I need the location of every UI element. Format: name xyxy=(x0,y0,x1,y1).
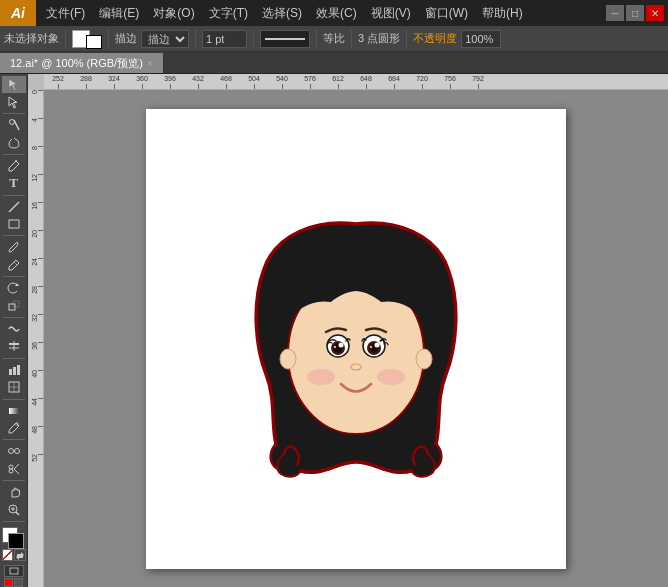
ruler-v-tick: 40 xyxy=(28,370,43,398)
tab-close-button[interactable]: × xyxy=(147,58,153,69)
tool-separator-9 xyxy=(3,439,25,440)
svg-point-20 xyxy=(8,449,13,454)
svg-point-2 xyxy=(15,160,17,162)
ruler-h-tick: 576 xyxy=(296,75,324,89)
svg-line-3 xyxy=(9,202,19,212)
ruler-h-tick: 612 xyxy=(324,75,352,89)
mode-select[interactable]: 描边 xyxy=(141,30,189,48)
selection-tool-button[interactable] xyxy=(2,76,26,93)
selection-label: 未选择对象 xyxy=(4,31,59,46)
ruler-h-tick: 432 xyxy=(184,75,212,89)
normal-view-button[interactable] xyxy=(4,565,24,577)
toolbar-separator-5 xyxy=(316,30,317,48)
gradient-tool-button[interactable] xyxy=(2,402,26,419)
canvas-background[interactable] xyxy=(44,90,668,587)
opacity-input[interactable] xyxy=(461,30,501,48)
ruler-v-tick: 12 xyxy=(28,174,43,202)
pen-tool-button[interactable] xyxy=(2,158,26,175)
gray-icon[interactable] xyxy=(14,578,23,587)
color-fill-area xyxy=(2,527,26,545)
tab-label: 12.ai* @ 100% (RGB/预览) xyxy=(10,56,143,71)
svg-point-45 xyxy=(377,369,405,385)
ruler-h-tick: 540 xyxy=(268,75,296,89)
magic-wand-tool-button[interactable] xyxy=(2,117,26,134)
svg-point-1 xyxy=(9,120,14,125)
stroke-swatch[interactable] xyxy=(8,533,24,549)
line-tool-button[interactable] xyxy=(2,198,26,215)
warp-tool-button[interactable] xyxy=(2,321,26,338)
ruler-h-tick: 288 xyxy=(72,75,100,89)
ruler-h-tick: 252 xyxy=(44,75,72,89)
lasso-tool-button[interactable] xyxy=(2,134,26,151)
tool-separator-8 xyxy=(3,399,25,400)
horizontal-ruler: 252 288 324 360 396 432 468 504 540 576 … xyxy=(44,74,668,90)
menu-file[interactable]: 文件(F) xyxy=(40,3,91,24)
svg-point-21 xyxy=(14,449,19,454)
menu-edit[interactable]: 编辑(E) xyxy=(93,3,145,24)
artboard xyxy=(146,109,566,569)
menu-object[interactable]: 对象(O) xyxy=(147,3,200,24)
svg-point-26 xyxy=(9,469,13,473)
ruler-h-tick: 684 xyxy=(380,75,408,89)
ruler-v-tick: 8 xyxy=(28,146,43,174)
toolbar-separator-6 xyxy=(351,30,352,48)
scale-tool-button[interactable] xyxy=(2,297,26,314)
menu-bar: Ai 文件(F) 编辑(E) 对象(O) 文字(T) 选择(S) 效果(C) 视… xyxy=(0,0,668,26)
width-tool-button[interactable] xyxy=(2,338,26,355)
pencil-tool-button[interactable] xyxy=(2,257,26,274)
hand-tool-button[interactable] xyxy=(2,484,26,501)
rotate-tool-button[interactable] xyxy=(2,280,26,297)
swap-color-button[interactable] xyxy=(14,549,26,561)
stroke-line-preview xyxy=(260,30,310,48)
ruler-v-tick: 36 xyxy=(28,342,43,370)
tool-separator-4 xyxy=(3,235,25,236)
ruler-h-tick: 720 xyxy=(408,75,436,89)
ruler-v-tick: 44 xyxy=(28,398,43,426)
paintbrush-tool-button[interactable] xyxy=(2,239,26,256)
menu-window[interactable]: 窗口(W) xyxy=(419,3,474,24)
stroke-color-swatch[interactable] xyxy=(86,35,102,49)
direct-select-tool-button[interactable] xyxy=(2,94,26,111)
ruler-v-tick: 52 xyxy=(28,454,43,482)
svg-point-47 xyxy=(416,349,432,369)
svg-point-36 xyxy=(339,342,344,347)
ruler-h-tick: 360 xyxy=(128,75,156,89)
zoom-tool-button[interactable] xyxy=(2,501,26,518)
column-graph-button[interactable] xyxy=(2,361,26,378)
opacity-label: 不透明度 xyxy=(413,31,457,46)
stroke-width-input[interactable] xyxy=(202,30,247,48)
rect-tool-button[interactable] xyxy=(2,216,26,233)
main-area: T xyxy=(0,74,668,587)
menu-type[interactable]: 文字(T) xyxy=(203,3,254,24)
eyedropper-tool-button[interactable] xyxy=(2,420,26,437)
scissors-tool-button[interactable] xyxy=(2,461,26,478)
ruler-h-tick: 324 xyxy=(100,75,128,89)
red-icon[interactable] xyxy=(4,578,13,587)
maximize-button[interactable]: □ xyxy=(626,5,644,21)
vertical-ruler: 0 4 8 12 16 xyxy=(28,74,44,587)
svg-point-46 xyxy=(280,349,296,369)
toolbar-separator-7 xyxy=(406,30,407,48)
tool-separator-5 xyxy=(3,276,25,277)
menu-view[interactable]: 视图(V) xyxy=(365,3,417,24)
type-tool-button[interactable]: T xyxy=(2,175,26,192)
shape-label: 3 点圆形 xyxy=(358,31,400,46)
view-mode-buttons xyxy=(2,565,26,587)
menu-select[interactable]: 选择(S) xyxy=(256,3,308,24)
ruler-h-tick: 792 xyxy=(464,75,492,89)
minimize-button[interactable]: ─ xyxy=(606,5,624,21)
mesh-tool-button[interactable] xyxy=(2,379,26,396)
ruler-v-tick: 48 xyxy=(28,426,43,454)
none-color-button[interactable] xyxy=(2,549,13,561)
tool-separator-2 xyxy=(3,154,25,155)
svg-rect-4 xyxy=(9,220,19,228)
menu-help[interactable]: 帮助(H) xyxy=(476,3,529,24)
tool-separator-3 xyxy=(3,195,25,196)
toolbar-separator-2 xyxy=(108,30,109,48)
ruler-h-tick: 648 xyxy=(352,75,380,89)
ruler-v-tick: 0 xyxy=(28,90,43,118)
active-tab[interactable]: 12.ai* @ 100% (RGB/预览) × xyxy=(0,53,164,73)
blend-tool-button[interactable] xyxy=(2,443,26,460)
close-button[interactable]: ✕ xyxy=(646,5,664,21)
menu-effect[interactable]: 效果(C) xyxy=(310,3,363,24)
